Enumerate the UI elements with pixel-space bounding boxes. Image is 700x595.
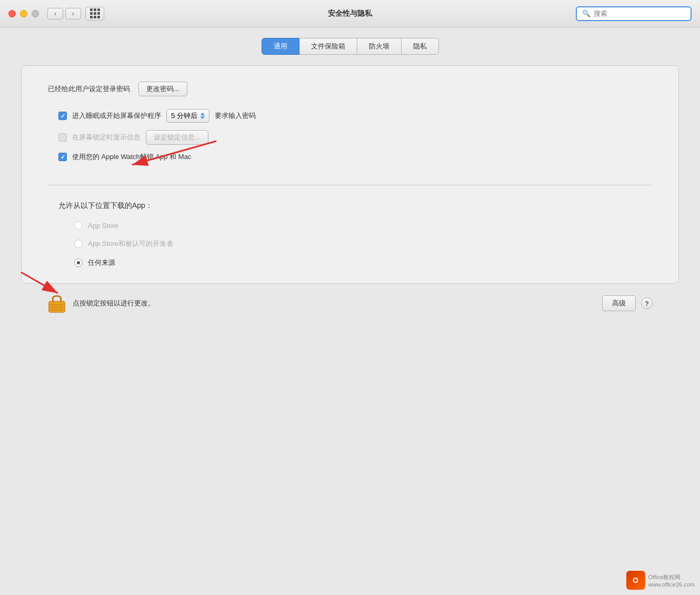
watermark-text: Office教程网 www.office26.com — [648, 573, 695, 588]
back-button[interactable]: ‹ — [47, 8, 63, 19]
svg-rect-4 — [49, 301, 65, 312]
advanced-button[interactable]: 高级 — [602, 295, 636, 311]
sleep-checkbox[interactable] — [58, 112, 67, 120]
grid-view-button[interactable] — [85, 7, 104, 21]
radio-anywhere-button[interactable] — [74, 259, 83, 267]
search-input[interactable] — [594, 9, 685, 17]
password-row: 已经给此用户设定登录密码 更改密码... — [48, 82, 652, 96]
nav-buttons: ‹ › — [47, 8, 81, 19]
radio-group: App Store App Store和被认可的开发者 任何来源 — [74, 221, 652, 267]
watermark-site: Office教程网 — [648, 573, 695, 581]
radio-app-store-dev-label: App Store和被认可的开发者 — [88, 239, 173, 249]
tab-general[interactable]: 通用 — [262, 38, 299, 55]
titlebar: ‹ › 安全性与隐私 🔍 — [0, 0, 700, 27]
main-content: 通用 文件保险箱 防火墙 隐私 已经给此用户设定登录密码 更改密码... 进入睡… — [0, 27, 700, 595]
lock-info-button: 设定锁定信息... — [146, 130, 208, 145]
lock-screen-checkbox[interactable] — [58, 133, 67, 142]
lock-area: 点按锁定按钮以进行更改。 — [47, 292, 155, 314]
lock-screen-row: 在屏幕锁定时显示信息 设定锁定信息... — [58, 130, 652, 145]
lock-screen-label: 在屏幕锁定时显示信息 — [72, 133, 141, 142]
password-label: 已经给此用户设定登录密码 — [48, 84, 130, 94]
lock-icon[interactable] — [47, 292, 66, 314]
traffic-lights — [8, 10, 39, 17]
radio-app-store-label: App Store — [88, 222, 118, 230]
tab-firewall[interactable]: 防火墙 — [357, 38, 402, 55]
radio-app-store-button[interactable] — [74, 221, 83, 230]
tab-bar: 通用 文件保险箱 防火墙 隐私 — [21, 38, 679, 55]
grid-icon — [90, 8, 100, 18]
radio-anywhere-label: 任何来源 — [88, 258, 115, 267]
radio-app-store: App Store — [74, 221, 652, 230]
tab-privacy[interactable]: 隐私 — [402, 38, 439, 55]
maximize-button — [32, 10, 39, 17]
radio-anywhere: 任何来源 — [74, 258, 652, 267]
window-title: 安全性与隐私 — [328, 9, 372, 18]
divider — [48, 185, 652, 185]
help-button[interactable]: ? — [641, 298, 653, 309]
sleep-row: 进入睡眠或开始屏幕保护程序 5 分钟后 要求输入密码 — [58, 109, 652, 123]
tab-filevault[interactable]: 文件保险箱 — [299, 38, 357, 55]
bottom-bar: 点按锁定按钮以进行更改。 高级 ? — [21, 284, 679, 319]
radio-app-store-dev: App Store和被认可的开发者 — [74, 239, 652, 249]
lock-text: 点按锁定按钮以进行更改。 — [73, 299, 155, 308]
change-password-button[interactable]: 更改密码... — [138, 82, 187, 96]
apple-watch-checkbox[interactable] — [58, 153, 67, 161]
panel-wrapper: 已经给此用户设定登录密码 更改密码... 进入睡眠或开始屏幕保护程序 5 分钟后… — [21, 65, 679, 584]
require-password-label: 要求输入密码 — [215, 111, 256, 121]
apple-watch-row: 使用您的 Apple Watch解锁 App 和 Mac — [58, 152, 652, 162]
sleep-delay-select[interactable]: 5 分钟后 — [166, 109, 209, 123]
watermark: O Office教程网 www.office26.com — [626, 571, 695, 590]
sleep-label: 进入睡眠或开始屏幕保护程序 — [72, 111, 161, 121]
downloads-section: 允许从以下位置下载的App： App Store App Store和被认可的开… — [48, 201, 652, 267]
bottom-right: 高级 ? — [602, 295, 653, 311]
office-logo: O — [626, 571, 645, 590]
downloads-title: 允许从以下位置下载的App： — [58, 201, 652, 211]
close-button[interactable] — [8, 10, 16, 17]
chevron-icon — [201, 113, 205, 119]
sleep-delay-value: 5 分钟后 — [171, 111, 197, 121]
settings-panel: 已经给此用户设定登录密码 更改密码... 进入睡眠或开始屏幕保护程序 5 分钟后… — [21, 65, 679, 284]
watermark-url: www.office26.com — [648, 581, 695, 588]
radio-app-store-dev-button[interactable] — [74, 240, 83, 248]
forward-button[interactable]: › — [65, 8, 81, 19]
search-icon: 🔍 — [582, 9, 591, 17]
search-box[interactable]: 🔍 — [576, 6, 692, 21]
minimize-button[interactable] — [20, 10, 27, 17]
apple-watch-label: 使用您的 Apple Watch解锁 App 和 Mac — [72, 152, 191, 162]
